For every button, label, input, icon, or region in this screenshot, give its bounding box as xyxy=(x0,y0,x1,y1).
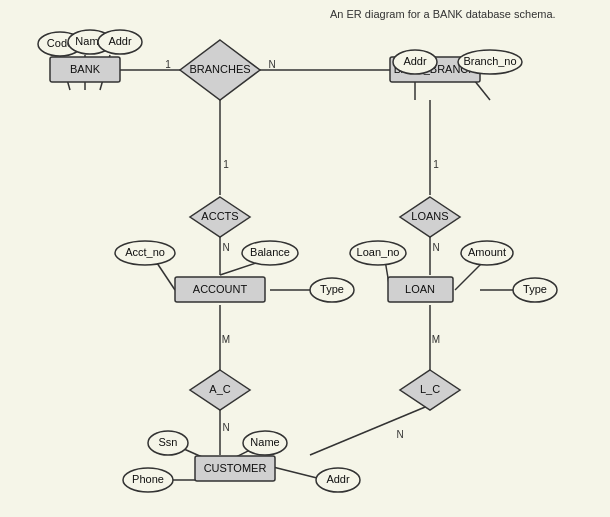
account-label: ACCOUNT xyxy=(193,283,248,295)
ac-label: A_C xyxy=(209,383,230,395)
loans-label: LOANS xyxy=(411,210,448,222)
caption-text: An ER diagram for a BANK database schema… xyxy=(330,8,556,20)
bb-loans-1-label: 1 xyxy=(433,159,439,170)
er-diagram: An ER diagram for a BANK database schema… xyxy=(0,0,610,517)
ac-cust-n-label: N xyxy=(222,422,229,433)
balance-label: Balance xyxy=(250,246,290,258)
bb-branchno-label: Branch_no xyxy=(463,55,516,67)
phone-label: Phone xyxy=(132,473,164,485)
loans-loan-n-label: N xyxy=(432,242,439,253)
bank-addr-label: Addr xyxy=(108,35,132,47)
bb-addr-label: Addr xyxy=(403,55,427,67)
accts-label: ACCTS xyxy=(201,210,238,222)
customer-label: CUSTOMER xyxy=(204,462,267,474)
svg-line-9 xyxy=(310,405,430,455)
lc-label: L_C xyxy=(420,383,440,395)
bank-label: BANK xyxy=(70,63,101,75)
accts-account-n-label: N xyxy=(222,242,229,253)
account-type-label: Type xyxy=(320,283,344,295)
cust-addr-label: Addr xyxy=(326,473,350,485)
loan-label: LOAN xyxy=(405,283,435,295)
ssn-label: Ssn xyxy=(159,436,178,448)
bb-accts-1-label: 1 xyxy=(223,159,229,170)
acct-no-label: Acct_no xyxy=(125,246,165,258)
cust-name-label: Name xyxy=(250,436,279,448)
account-ac-m-label: M xyxy=(222,334,230,345)
branches-bb-n-label: N xyxy=(268,59,275,70)
loan-lc-m-label: M xyxy=(432,334,440,345)
branches-label: BRANCHES xyxy=(189,63,250,75)
amount-label: Amount xyxy=(468,246,506,258)
loan-type-label: Type xyxy=(523,283,547,295)
lc-cust-n-label: N xyxy=(396,429,403,440)
er-diagram-svg: An ER diagram for a BANK database schema… xyxy=(0,0,610,517)
loan-no-label: Loan_no xyxy=(357,246,400,258)
bank-branches-1-label: 1 xyxy=(165,59,171,70)
